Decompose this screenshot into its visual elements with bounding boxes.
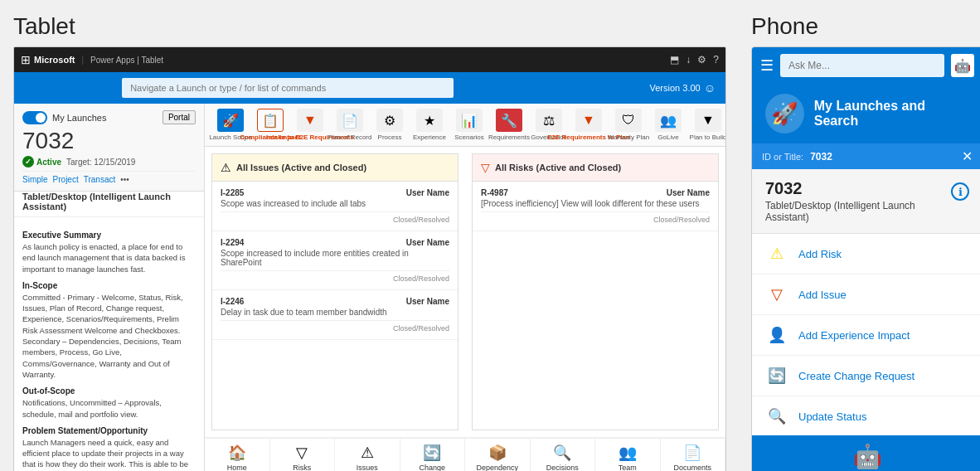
phone-info-icon[interactable]: ℹ [951,182,969,201]
left-panel: My Launches Portal 7032 ✓ Active Target:… [14,104,205,471]
tool-icon: ▼ [695,109,721,132]
section-header: Problem Statement/Opportunity [22,426,196,435]
bottom-nav-label: Risks [293,464,311,471]
phone-search-row: ID or Title: 7032 ✕ [752,143,980,169]
risks-list: R-4987 User Name [Process inefficiency] … [473,182,718,231]
left-scroll: Executive SummaryAs launch policy is ena… [14,217,204,471]
topbar-separator: | [82,56,85,65]
tool-icon: 🔧 [496,109,522,132]
main-content: My Launches Portal 7032 ✓ Active Target:… [14,104,725,471]
monitor-icon[interactable]: ⬒ [670,54,679,66]
bottom-nav-change[interactable]: 🔄Change [400,439,466,471]
issues-panel-title: All Issues (Active and Closed) [236,163,366,172]
phone-menu-create-change-request[interactable]: 🔄 Create Change Request [752,356,980,396]
phone-menu-item-label: Add Risk [798,248,842,260]
phone-menu-add-issue[interactable]: ▽ Add Issue [752,274,980,315]
issue-item: I-2294 User Name Scope increased to incl… [212,231,458,290]
bottom-nav-dependency[interactable]: 📦Dependency [465,439,531,471]
bottom-nav-icon: 👥 [619,444,637,462]
meta-simple[interactable]: Simple [22,175,48,184]
phone-bottom-bot-icon[interactable]: 🤖 [853,443,882,470]
tool-label: GoLive [657,134,678,141]
risk-user: User Name [667,188,710,197]
right-content: 🚀Launch Scope📋Compliance Impact▼Intake t… [205,104,725,471]
bottom-nav-label: Documents [673,464,711,471]
bottom-nav-icon: 📄 [683,444,701,462]
phone-section: Phone ☰ 🤖 🚀 My Launches and Search ID or… [751,13,980,471]
risks-panel-header: ▽ All Risks (Active and Closed) [473,154,718,182]
tablet-section: Tablet ⊞ Microsoft | Power Apps | Tablet… [13,13,735,471]
phone-menu-item-icon: ⚠ [765,242,788,265]
bottom-nav-label: Change [419,464,445,471]
phone-search-input[interactable] [780,54,944,77]
portal-button[interactable]: Portal [163,110,196,124]
bottom-nav-issues[interactable]: ⚠Issues [335,439,400,471]
bottom-nav-label: Home [227,464,247,471]
issue-status: Closed/Resolved [221,211,449,224]
risks-panel: ▽ All Risks (Active and Closed) R-4987 U… [472,153,719,430]
issue-desc: Delay in task due to team member bandwid… [221,308,449,317]
issues-icon: ⚠ [221,161,231,174]
toolbar-item[interactable]: ▼Intake to E2E Requirements [293,109,327,141]
bottom-nav-team[interactable]: 👥Team [595,439,661,471]
phone-result-info: 7032 Tablet/Desktop (Intelligent Launch … [765,179,931,223]
issues-panel: ⚠ All Issues (Active and Closed) I-2285 … [211,153,458,430]
tool-icon: ▼ [297,109,323,132]
topbar-app: Power Apps | Tablet [90,56,163,65]
more-options[interactable]: ••• [120,175,129,184]
risk-item: R-4987 User Name [Process inefficiency] … [473,182,718,231]
toolbar-item[interactable]: 🔧Requirements [492,109,526,141]
toolbar-item[interactable]: 🛡Warranty Plan [611,109,646,141]
tool-icon: ⚙ [376,109,403,132]
phone-menu-add-experience-impact[interactable]: 👤 Add Experience Impact [752,315,980,356]
launch-title: Tablet/Desktop (Intelligent Launch Assis… [14,192,204,217]
settings-icon[interactable]: ⚙ [697,54,706,66]
tool-icon: 📋 [257,109,284,132]
toolbar-item[interactable]: ⚙Process [372,109,407,141]
bottom-nav-home[interactable]: 🏠Home [205,439,270,471]
meta-transact[interactable]: Transact [84,175,116,184]
phone-menu-update-status[interactable]: 🔍 Update Status [752,396,980,435]
phone-bottom-bar: 🤖 [752,435,980,471]
tool-label: Experience [413,134,446,141]
issue-id: I-2294 [221,238,244,247]
waffle-icon[interactable]: ⊞ [21,53,31,66]
toolbar-item[interactable]: ▼E2E Requirements to Plan [571,109,606,141]
phone-bot-icon[interactable]: 🤖 [951,54,974,77]
section-text: Committed - Primary - Welcome, Status, R… [22,292,196,380]
toolbar-item[interactable]: ▼Plan to Build [691,109,725,141]
hamburger-icon[interactable]: ☰ [760,56,774,75]
issue-item: I-2246 User Name Delay in task due to te… [212,290,458,340]
phone-menu-add-risk[interactable]: ⚠ Add Risk [752,234,980,274]
issue-id: I-2285 [221,188,244,197]
my-launches-toggle[interactable] [22,111,47,124]
bottom-nav-decisions[interactable]: 🔍Decisions [531,439,596,471]
ms-brand: Microsoft [34,55,75,65]
toolbar-item[interactable]: 👥GoLive [651,109,686,141]
meta-project[interactable]: Project [53,175,79,184]
issues-list: I-2285 User Name Scope was increased to … [212,182,458,340]
toolbar-item[interactable]: 📄Plan of Record [332,109,367,141]
help-icon[interactable]: ? [713,54,719,66]
bottom-nav-icon: 🏠 [228,444,246,462]
toolbar-item[interactable]: ★Experience [412,109,447,141]
tool-icon: ⚖ [536,109,562,132]
bottom-nav-label: Team [619,464,637,471]
phone-clear-icon[interactable]: ✕ [962,148,973,164]
tablet-label: Tablet [13,13,735,40]
toolbar-item[interactable]: 📊Scenarios [452,109,487,141]
bottom-nav-icon: ⚠ [361,444,374,462]
bottom-nav-risks[interactable]: ▽Risks [270,439,336,471]
risk-id: R-4987 [481,188,508,197]
phone-label: Phone [751,13,980,40]
section-text: Launch Managers need a quick, easy and e… [22,437,196,471]
phone-search-label: ID or Title: [762,152,803,162]
risk-status: Closed/Resolved [481,211,710,224]
smiley-icon[interactable]: ☺ [704,81,716,95]
launch-id: 7032 [22,128,196,154]
download-icon[interactable]: ↓ [686,54,691,66]
issue-id: I-2246 [221,297,244,306]
nav-search-input[interactable] [122,78,454,98]
bottom-nav-documents[interactable]: 📄Documents [661,439,726,471]
section-header: Executive Summary [22,231,196,240]
